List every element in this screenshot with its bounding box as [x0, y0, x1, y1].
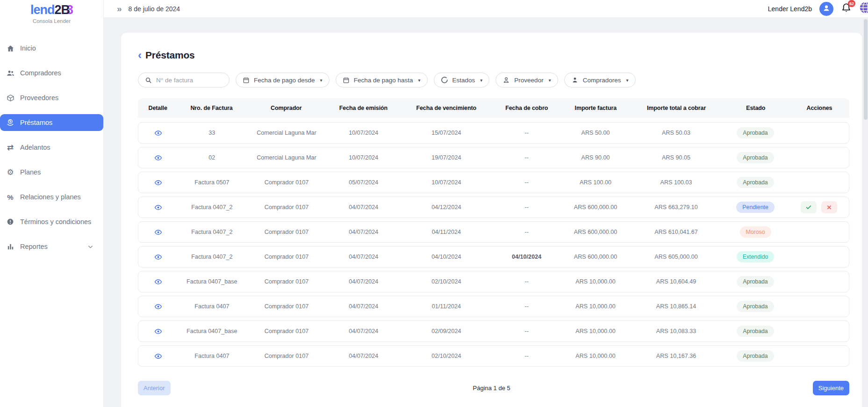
scrollbar-thumb[interactable]: [864, 19, 868, 120]
detail-eye-icon[interactable]: [154, 228, 162, 236]
total-amount: ARS 663,279.10: [631, 204, 722, 211]
issue-date: 05/07/2024: [327, 179, 400, 186]
collection-date: --: [493, 353, 560, 359]
detail-eye-icon[interactable]: [154, 179, 162, 187]
logo[interactable]: lend2B3 Consola Lender: [0, 0, 103, 24]
filter-estados[interactable]: Estados▾: [434, 73, 490, 87]
column-header: Fecha de emisión: [327, 105, 400, 111]
collection-date: --: [493, 303, 560, 310]
invoice-amount: ARS 10,000.00: [560, 278, 631, 285]
filter-label: Fecha de pago desde: [254, 77, 315, 84]
page-title: Préstamos: [145, 50, 195, 61]
detail-eye-icon[interactable]: [154, 303, 162, 311]
filter-fecha-desde[interactable]: Fecha de pago desde▾: [236, 73, 330, 87]
detail-eye-icon[interactable]: [154, 253, 162, 261]
collection-date: --: [493, 278, 560, 285]
total-amount: ARS 10,083.33: [631, 328, 722, 334]
collapse-sidebar-icon[interactable]: »: [117, 4, 122, 13]
previous-page-button[interactable]: Anterior: [138, 381, 171, 395]
caret-down-icon: ▾: [549, 78, 551, 83]
invoice-amount: ARS 600,000.00: [560, 204, 631, 211]
approve-button[interactable]: [801, 201, 817, 213]
caret-down-icon: ▾: [320, 78, 323, 83]
due-date: 10/07/2024: [400, 179, 493, 186]
table-header-row: DetalleNro. de FacturaCompradorFecha de …: [138, 98, 849, 118]
filter-compradores[interactable]: Compradores▾: [564, 73, 636, 87]
total-amount: ARS 605,000.00: [631, 254, 722, 260]
status-badge: Extendido: [737, 251, 775, 262]
calendar-icon: [343, 77, 350, 84]
invoice-number: Factura 0407_2: [178, 229, 245, 235]
detail-eye-icon[interactable]: [154, 278, 162, 286]
status-badge: Aprobada: [737, 276, 774, 287]
row-actions: ✕: [789, 201, 849, 213]
pagination: Anterior Página 1 de 5 Siguiente: [138, 381, 849, 395]
buyer-name: Comprador 0107: [246, 328, 328, 334]
total-amount: ARS 610,041.67: [631, 229, 722, 235]
back-chevron-icon[interactable]: ‹: [138, 51, 142, 60]
sidebar-item-terminos-y-condiciones[interactable]: Términos y condiciones: [0, 210, 103, 234]
filter-label: Compradores: [583, 77, 621, 84]
column-header: Detalle: [138, 105, 178, 111]
detail-eye-icon[interactable]: [154, 129, 162, 137]
search-icon: [145, 77, 152, 84]
sidebar-item-compradores[interactable]: Compradores: [0, 61, 103, 86]
sidebar-item-reportes[interactable]: Reportes: [0, 234, 103, 259]
loans-table: DetalleNro. de FacturaCompradorFecha de …: [138, 98, 849, 367]
table-row: Factura 0407_base Comprador 0107 04/07/2…: [138, 320, 849, 342]
gear-icon: ⚙: [5, 168, 16, 176]
table-row: Factura 0407 Comprador 0107 04/07/2024 0…: [138, 345, 849, 367]
app-window: lend2B3 Consola Lender Inicio Compradore…: [0, 0, 868, 407]
detail-eye-icon[interactable]: [154, 327, 162, 335]
language-button[interactable]: [859, 1, 868, 16]
next-page-button[interactable]: Siguiente: [813, 381, 849, 395]
current-date: 8 de julio de 2024: [129, 5, 180, 13]
invoice-amount: ARS 600,000.00: [560, 229, 631, 235]
total-amount: ARS 50.03: [631, 130, 722, 136]
invoice-amount: ARS 90.00: [560, 154, 631, 161]
column-header: Fecha de cobro: [493, 105, 560, 111]
invoice-amount: ARS 10,000.00: [560, 303, 631, 310]
detail-eye-icon[interactable]: [154, 352, 162, 360]
topbar-right: Lender Lend2b 62: [768, 1, 868, 16]
buyer-name: Comprador 0107: [246, 278, 328, 285]
sidebar-item-relaciones-y-planes[interactable]: % Relaciones y planes: [0, 185, 103, 210]
profile-avatar[interactable]: [819, 2, 833, 16]
reject-button[interactable]: ✕: [821, 201, 837, 213]
filter-label: Proveedor: [514, 77, 543, 84]
invoice-number: Factura 0407_base: [178, 278, 245, 285]
due-date: 04/12/2024: [400, 204, 493, 211]
column-header: Acciones: [789, 105, 849, 111]
sidebar-item-adelantos[interactable]: ⇄ Adelantos: [0, 135, 103, 160]
invoice-number: Factura 0407_2: [178, 254, 245, 260]
sidebar-item-planes[interactable]: ⚙ Planes: [0, 160, 103, 185]
detail-eye-icon[interactable]: [154, 154, 162, 162]
issue-date: 04/07/2024: [327, 204, 400, 211]
buyer-name: Comprador 0107: [246, 353, 328, 359]
sidebar-item-prestamos[interactable]: Préstamos: [0, 114, 103, 131]
swap-icon: ⇄: [5, 144, 16, 152]
invoice-number: Factura 0507: [178, 179, 245, 186]
invoice-search[interactable]: [138, 73, 230, 87]
notifications-button[interactable]: 62: [841, 2, 852, 15]
due-date: 19/07/2024: [400, 154, 493, 161]
buyer-name: Comprador 0107: [246, 204, 328, 211]
sidebar-item-proveedores[interactable]: Proveedores: [0, 86, 103, 110]
globe-icon: [859, 1, 868, 16]
detail-eye-icon[interactable]: [154, 204, 162, 211]
status-badge: Aprobada: [737, 301, 774, 312]
filter-proveedor[interactable]: Proveedor▾: [495, 73, 558, 87]
table-row: Factura 0407_2 Comprador 0107 04/07/2024…: [138, 246, 849, 268]
sidebar-item-inicio[interactable]: Inicio: [0, 36, 103, 61]
invoice-amount: ARS 10,000.00: [560, 353, 631, 359]
total-amount: ARS 90.05: [631, 154, 722, 161]
search-input[interactable]: [156, 77, 222, 84]
person-filled-icon: [571, 76, 579, 84]
due-date: 01/11/2024: [400, 303, 493, 310]
status-badge: Aprobada: [737, 350, 774, 362]
filter-fecha-hasta[interactable]: Fecha de pago hasta▾: [336, 73, 428, 87]
invoice-number: Factura 0407_base: [178, 328, 245, 334]
status-badge: Aprobada: [737, 152, 774, 163]
close-icon: ✕: [827, 204, 832, 211]
vertical-scrollbar[interactable]: [863, 17, 868, 407]
